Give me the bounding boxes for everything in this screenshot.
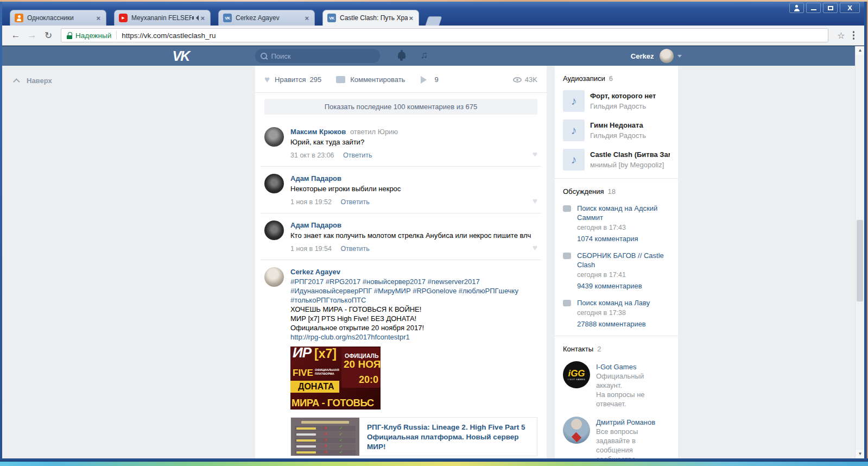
- new-tab-button[interactable]: [425, 16, 442, 26]
- music-note-icon[interactable]: ♪: [563, 90, 585, 112]
- tab-close-icon[interactable]: ×: [303, 15, 310, 22]
- comment-like-icon[interactable]: ♥: [533, 196, 537, 206]
- odnoklassniki-icon: [15, 14, 23, 22]
- contact-description: Официальный аккаунт.: [596, 371, 670, 390]
- avatar[interactable]: [264, 174, 284, 193]
- discussion-title[interactable]: Поиск команд на Адский Саммит: [577, 204, 670, 222]
- hashtag-line[interactable]: #толькоРПГтолькоПТС: [290, 295, 537, 305]
- url-text[interactable]: https://vk.com/castleclash_ru: [122, 32, 216, 40]
- minimize-button[interactable]: [806, 3, 821, 13]
- contacts-section: Контакты2 iGG I GOT GAMES I-Got Games Оф…: [555, 336, 678, 458]
- track-title: Гимн Недоната: [590, 121, 646, 130]
- avatar[interactable]: [563, 417, 590, 444]
- comment-date[interactable]: 31 окт в 23:06: [290, 152, 334, 159]
- comment-icon[interactable]: [336, 76, 345, 83]
- contact-name[interactable]: Дмитрий Романов: [596, 418, 670, 427]
- track-title: Форт, которого нет: [590, 91, 656, 100]
- back-to-top-link[interactable]: Наверх: [15, 77, 52, 85]
- tab-close-icon[interactable]: ×: [199, 15, 206, 22]
- discussion-comments-count[interactable]: 1074 комментария: [577, 235, 670, 243]
- share-icon[interactable]: [421, 76, 430, 84]
- maximize-button[interactable]: [823, 3, 838, 13]
- reply-link[interactable]: Ответить: [340, 245, 369, 253]
- audio-track[interactable]: ♪ Форт, которого нет Гильдия Радость: [563, 90, 670, 112]
- forward-button[interactable]: →: [24, 30, 40, 41]
- discussion-item[interactable]: Поиск команд на Адский Саммит сегодня в …: [563, 204, 670, 243]
- scrollbar-thumb[interactable]: [857, 220, 863, 301]
- tab-castle-clash-active[interactable]: VK Castle Clash: Путь Храбр ×: [322, 10, 419, 26]
- contact-name[interactable]: I-Got Games: [596, 362, 670, 371]
- attached-image-banner[interactable]: ИР [x7] ОФИЦИАЛЬ 20 НОЯ 20:0 FIVE ОФИЦИА…: [290, 347, 381, 410]
- audio-track[interactable]: ♪ Гимн Недоната Гильдия Радость: [563, 119, 670, 141]
- discussions-section: Обсуждения18 Поиск команд на Адский Самм…: [555, 179, 678, 336]
- comment-date[interactable]: 1 ноя в 19:52: [290, 198, 332, 206]
- comment-like-icon[interactable]: ♥: [533, 149, 537, 159]
- avatar[interactable]: [264, 127, 284, 147]
- browser-menu-button[interactable]: [848, 31, 859, 40]
- notifications-bell-icon[interactable]: [398, 52, 406, 59]
- chevron-down-icon: [677, 55, 682, 60]
- scroll-down-arrow[interactable]: ▼: [856, 450, 864, 458]
- comment-text-line: Официальное открытие 20 ноября 2017!: [290, 323, 537, 332]
- discussions-section-header[interactable]: Обсуждения18: [563, 187, 670, 196]
- hashtag-line[interactable]: #РПГ2017 #RPG2017 #новыйсервер2017 #news…: [290, 277, 537, 286]
- user-menu[interactable]: Cerkez: [631, 46, 682, 66]
- scroll-up-arrow[interactable]: ▲: [856, 46, 864, 55]
- comment-author-link[interactable]: Адам Падаров: [290, 174, 341, 182]
- audio-track[interactable]: ♪ Castle Clash (Битва Зам… мнимый [by Me…: [563, 149, 670, 171]
- show-previous-comments-button[interactable]: Показать последние 100 комментариев из 6…: [264, 99, 537, 115]
- reply-link[interactable]: Ответить: [343, 152, 372, 159]
- discussion-title[interactable]: Поиск команд на Лаву: [577, 298, 650, 307]
- search-box[interactable]: [255, 49, 380, 63]
- tab-vk-profile[interactable]: VK Cerkez Agayev ×: [218, 10, 315, 26]
- contact-item[interactable]: Дмитрий Романов Все вопросы задавайте в …: [563, 417, 670, 458]
- bookmark-star-icon[interactable]: ☆: [837, 30, 845, 41]
- discussion-comments-count[interactable]: 27888 комментариев: [577, 320, 650, 328]
- hashtag-line[interactable]: #ИдунановыйсерверРПГ #МируМИР #RPGonelov…: [290, 286, 537, 295]
- vk-logo[interactable]: VK: [173, 48, 189, 64]
- secure-label[interactable]: Надежный: [75, 32, 111, 40]
- reload-button[interactable]: ↻: [40, 30, 56, 41]
- like-button[interactable]: Нравится: [275, 75, 306, 84]
- tab-close-icon[interactable]: ×: [408, 15, 414, 22]
- comment-like-icon[interactable]: ♥: [533, 243, 537, 253]
- comment-author-link[interactable]: Cerkez Agayev: [290, 268, 340, 276]
- contact-item[interactable]: iGG I GOT GAMES I-Got Games Официальный …: [563, 361, 670, 408]
- link-preview-domain[interactable]: www.rpg-club.com: [367, 454, 529, 456]
- external-link[interactable]: http://rpg-club.org/ns2017hfcontestpr1: [290, 332, 537, 342]
- like-icon[interactable]: ♥: [264, 75, 270, 84]
- comment-button[interactable]: Комментировать: [350, 75, 405, 84]
- page-scrollbar[interactable]: ▲ ▼: [855, 46, 864, 458]
- back-button[interactable]: ←: [8, 30, 24, 41]
- back-to-top-label: Наверх: [27, 77, 52, 85]
- play-icon: ▶: [122, 16, 124, 20]
- music-icon[interactable]: ♫: [421, 49, 428, 61]
- close-button[interactable]: X: [840, 3, 860, 13]
- comment-date[interactable]: 1 ноя в 19:54: [290, 245, 332, 253]
- avatar[interactable]: [264, 267, 284, 287]
- comment-author-link[interactable]: Максим Крюков: [290, 128, 346, 136]
- windows-taskbar[interactable]: [0, 462, 868, 466]
- link-preview-title[interactable]: РПГ-Клуб Russia: Lineage 2. High Five Pa…: [367, 423, 529, 452]
- tab-youtube[interactable]: ▶ Meyxananin FELSEFE ×: [114, 10, 211, 26]
- search-input[interactable]: [271, 52, 375, 60]
- discussion-comments-count[interactable]: 9439 комментариев: [577, 282, 670, 290]
- audio-section-header[interactable]: Аудиозаписи6: [563, 74, 670, 83]
- contacts-section-header[interactable]: Контакты2: [563, 345, 670, 353]
- profile-button[interactable]: [789, 3, 804, 13]
- discussion-title[interactable]: СБОРНИК БАГОВ // Castle Clash: [577, 251, 670, 269]
- reply-link[interactable]: Ответить: [340, 198, 369, 206]
- comment-author-link[interactable]: Адам Падаров: [290, 221, 341, 229]
- tab-close-icon[interactable]: ×: [95, 15, 102, 22]
- tab-title: Meyxananin FELSEFE: [131, 14, 192, 22]
- music-note-icon[interactable]: ♪: [563, 119, 585, 141]
- discussion-item[interactable]: СБОРНИК БАГОВ // Castle Clash сегодня в …: [563, 251, 670, 290]
- address-bar[interactable]: Надежный https://vk.com/castleclash_ru: [61, 28, 828, 42]
- tab-audio-icon[interactable]: [192, 15, 198, 21]
- avatar[interactable]: [264, 221, 284, 240]
- link-preview-card[interactable]: ✗✓ ✗✓ ✗✓ ✗✓ ✗✓ РПГ-Клуб Russia: Lineage …: [290, 417, 537, 456]
- tab-odnoklassniki[interactable]: Одноклассники ×: [10, 10, 106, 26]
- discussion-item[interactable]: Поиск команд на Лаву сегодня в 17:38 278…: [563, 298, 670, 328]
- avatar[interactable]: iGG I GOT GAMES: [563, 361, 590, 388]
- music-note-icon[interactable]: ♪: [563, 149, 585, 171]
